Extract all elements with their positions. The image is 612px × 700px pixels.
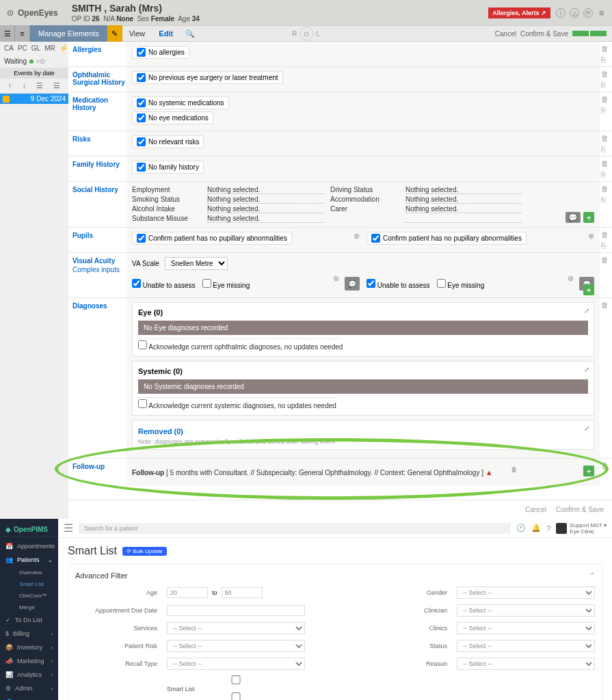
search-icon[interactable]: 🔍 <box>180 29 200 38</box>
user-menu[interactable]: Support MDT ▾Eye Clinic <box>556 522 607 535</box>
gender-select[interactable]: -- Select -- <box>457 587 595 599</box>
nav-billing[interactable]: $ Billing› <box>0 627 58 641</box>
close-icon[interactable]: ⊗ <box>333 274 339 283</box>
no-systemic-med-pill[interactable]: No systemic medications <box>132 96 229 109</box>
nav-smartlist[interactable]: Smart List <box>14 578 58 590</box>
eye-missing-check[interactable]: Eye missing <box>437 279 485 289</box>
nav-clincom[interactable]: CliniCom™ <box>14 590 58 602</box>
expand-icon[interactable]: ⤢ <box>584 425 589 432</box>
copy-icon[interactable]: ⎘ <box>601 81 611 89</box>
sys-ack-check[interactable]: Acknowledge current systemic diagnoses, … <box>138 397 336 409</box>
nav-analytics[interactable]: 📊 Analytics› <box>0 668 58 682</box>
comment-icon[interactable]: 💬 <box>345 277 360 291</box>
trash-icon[interactable]: 🗑 <box>601 185 611 193</box>
eye-ack-check[interactable]: Acknowledge current ophthalmic diagnoses… <box>138 338 343 351</box>
tab-mr[interactable]: MR <box>44 44 55 52</box>
cancel-link[interactable]: Cancel <box>495 30 516 38</box>
nav-contacts[interactable]: 👤 Contacts› <box>0 695 58 700</box>
collapse-icon[interactable]: ⌃ <box>589 571 595 579</box>
tab-gl[interactable]: GL <box>31 44 40 52</box>
complex-inputs-link[interactable]: Complex inputs <box>72 266 127 273</box>
tab-ca[interactable]: CA <box>4 44 14 52</box>
va-scale-select[interactable]: Snellen Metre <box>165 257 228 270</box>
footer-confirm[interactable]: Confirm & Save <box>556 506 604 513</box>
unable-assess-check[interactable]: Unable to assess <box>367 279 430 289</box>
manage-elements-button[interactable]: Manage Elements <box>30 25 107 42</box>
trash-icon[interactable]: 🗑 <box>601 159 611 167</box>
pupils-right-pill[interactable]: Confirm patient has no pupillary abnorma… <box>132 232 292 245</box>
trash-icon[interactable]: 🗑 <box>601 230 611 239</box>
clock-icon[interactable]: 🕐 <box>516 524 526 533</box>
confirm-save-link[interactable]: Confirm & Save <box>520 30 568 38</box>
nav-appointments[interactable]: 📅 Appointments <box>0 539 58 553</box>
copy-icon[interactable]: ⎘ <box>601 55 611 64</box>
menu-icon[interactable]: ☰ <box>0 25 15 42</box>
smartlist-check[interactable]: Smart List <box>167 675 305 692</box>
filter1-icon[interactable]: ☰ <box>36 81 43 90</box>
pupils-left-pill[interactable]: Confirm patient has no pupillary abnorma… <box>367 232 527 245</box>
reason-select[interactable]: -- Select -- <box>457 658 595 670</box>
copy-icon[interactable]: ⎘ <box>601 106 611 114</box>
trash-icon[interactable]: 🗑 <box>601 461 611 470</box>
trash-icon[interactable]: 🗑 <box>601 95 611 103</box>
no-eye-med-pill[interactable]: No eye medications <box>132 111 213 124</box>
view-link[interactable]: View <box>122 29 152 38</box>
trash-icon[interactable]: 🗑 <box>601 301 611 309</box>
close-icon[interactable]: ⊗ <box>588 232 594 241</box>
chevron-icon[interactable]: ▿⊙ <box>36 57 45 65</box>
copy-icon[interactable]: ⎘ <box>601 145 611 153</box>
eye-missing-check[interactable]: Eye missing <box>202 279 250 289</box>
trash-icon[interactable]: 🗑 <box>601 70 611 78</box>
comment-icon[interactable]: 💬 <box>566 212 581 223</box>
nav-merge[interactable]: Merge <box>14 602 58 613</box>
clinics-select[interactable]: -- Select -- <box>457 622 595 634</box>
sync-icon[interactable]: ⟳ <box>583 8 593 18</box>
clinician-select[interactable]: -- Select -- <box>457 604 595 617</box>
trash-icon[interactable]: 🗑 <box>511 466 518 473</box>
edit-link[interactable]: Edit <box>152 29 180 38</box>
allergies-alert-badge[interactable]: Allergies, Alerts ↗ <box>488 8 550 18</box>
appt-due-input[interactable] <box>167 605 305 616</box>
expand-icon[interactable]: ⤢ <box>584 366 589 373</box>
status-select[interactable]: -- Select -- <box>457 640 595 652</box>
bell-icon[interactable]: 🔔 <box>531 524 541 533</box>
close-icon[interactable]: ⊗ <box>354 232 360 241</box>
expand-icon[interactable]: ⤢ <box>584 307 589 314</box>
bulk-update-button[interactable]: ⟳ Bulk Update <box>122 547 167 556</box>
copy-icon[interactable]: ⎘ <box>601 241 611 250</box>
patient-search-input[interactable]: Search for a patient <box>79 523 511 534</box>
lightning-icon[interactable]: ⚡ <box>59 44 68 52</box>
up-arrow-icon[interactable]: ↑ <box>8 81 12 90</box>
footer-cancel[interactable]: Cancel <box>525 506 546 513</box>
list-icon[interactable]: ≡ <box>15 25 30 42</box>
recall-type-select[interactable]: -- Select -- <box>167 658 305 670</box>
add-icon[interactable]: + <box>583 212 594 223</box>
eye-circle-icon[interactable]: ⊙ <box>300 27 313 40</box>
tab-pc[interactable]: PC <box>18 44 27 52</box>
down-arrow-icon[interactable]: ↓ <box>22 81 26 90</box>
pencil-icon[interactable]: ✎ <box>107 25 122 42</box>
nav-inventory[interactable]: 📦 Inventory› <box>0 641 58 654</box>
no-allergies-pill[interactable]: No allergies <box>132 46 189 59</box>
age-from-input[interactable] <box>167 587 208 598</box>
nav-todo[interactable]: ✓ To Do List <box>0 613 58 627</box>
grid-icon[interactable]: ⊞ <box>597 8 607 18</box>
copy-icon[interactable]: ⎘ <box>601 196 611 204</box>
nav-patients[interactable]: 👥 Patients⌄ <box>0 553 58 567</box>
no-surgery-pill[interactable]: No previous eye surgery or laser treatme… <box>132 71 283 84</box>
no-famhist-pill[interactable]: No family history <box>132 161 204 174</box>
trash-icon[interactable]: 🗑 <box>601 256 611 264</box>
age-to-input[interactable] <box>222 587 263 598</box>
trash-icon[interactable]: 🗑 <box>601 44 611 53</box>
close-icon[interactable]: ⊗ <box>568 274 574 283</box>
patient-risk-select[interactable]: -- Select -- <box>167 640 305 652</box>
unable-assess-check[interactable]: Unable to assess <box>132 279 196 289</box>
hamburger-icon[interactable]: ☰ <box>64 522 73 535</box>
failsafe-check[interactable]: Fail Safe List <box>167 692 305 700</box>
help-icon[interactable]: ? <box>546 524 550 533</box>
nav-admin[interactable]: ⚙ Admin› <box>0 682 58 695</box>
nav-marketing[interactable]: 📣 Marketing› <box>0 654 58 668</box>
add-followup-icon[interactable]: + <box>583 466 594 476</box>
services-select[interactable]: -- Select -- <box>167 622 305 634</box>
nav-overview[interactable]: Overview <box>14 567 58 578</box>
